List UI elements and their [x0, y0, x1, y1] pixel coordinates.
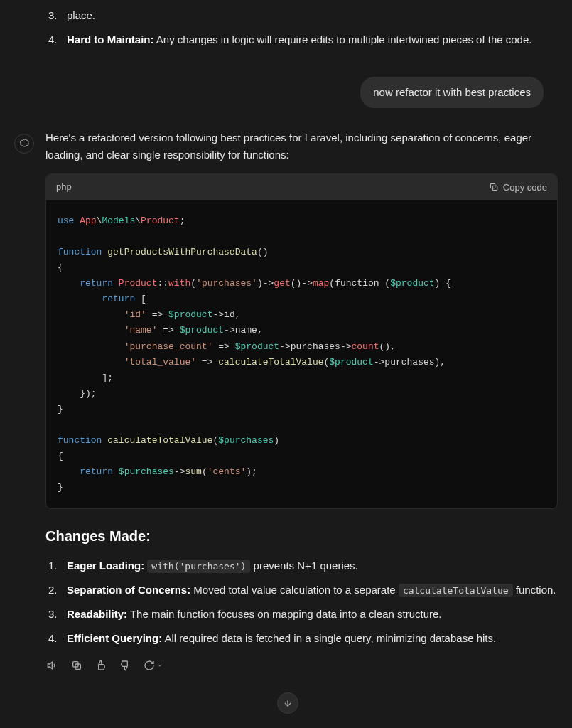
changes-item-2: Separation of Concerns: Moved total valu…: [67, 582, 558, 599]
code-lang-label: php: [56, 180, 72, 195]
changes-item-3: Readability: The main function focuses o…: [67, 606, 558, 623]
code-block-header: php Copy code: [46, 174, 557, 200]
assistant-message: Here's a refactored version following be…: [14, 129, 558, 673]
thumbs-down-icon: [119, 660, 131, 671]
thumbs-down-button[interactable]: [118, 658, 132, 673]
list-item-4-title: Hard to Maintain:: [67, 33, 154, 46]
copy-icon: [489, 182, 499, 192]
copy-message-button[interactable]: [70, 658, 84, 673]
assistant-logo-icon: [18, 138, 30, 149]
thumbs-up-button[interactable]: [94, 658, 108, 673]
user-message-text: now refactor it with best practices: [373, 86, 531, 98]
inline-code-1: with('purchases'): [147, 560, 250, 573]
assistant-intro-text: Here's a refactored version following be…: [45, 129, 558, 164]
scroll-to-bottom-button[interactable]: [277, 692, 298, 714]
changes-heading: Changes Made:: [45, 525, 558, 547]
regenerate-button[interactable]: [142, 658, 165, 673]
list-item-4: Hard to Maintain: Any changes in logic w…: [67, 31, 558, 48]
list-item-3-tail: place.: [67, 7, 558, 24]
copy-code-label: Copy code: [503, 182, 547, 193]
speaker-icon: [47, 660, 58, 671]
copy-code-button[interactable]: Copy code: [489, 182, 547, 193]
chevron-down-icon: [156, 662, 163, 669]
message-actions: [45, 658, 558, 673]
thumbs-up-icon: [95, 660, 107, 671]
refresh-icon: [144, 660, 155, 671]
read-aloud-button[interactable]: [45, 658, 60, 673]
code-content[interactable]: use App\Models\Product; function getProd…: [46, 200, 557, 509]
arrow-down-icon: [283, 698, 293, 708]
changes-item-4: Efficient Querying: All required data is…: [67, 630, 558, 647]
code-block: php Copy code use App\Models\Product; fu…: [45, 173, 558, 509]
user-message-bubble[interactable]: now refactor it with best practices: [360, 77, 544, 108]
list-item-3-tail-text: place.: [67, 9, 95, 21]
user-message-row: now refactor it with best practices: [14, 77, 558, 108]
changes-item-1: Eager Loading: with('purchases') prevent…: [67, 557, 558, 574]
assistant-avatar: [14, 134, 34, 154]
inline-code-2: calculateTotalValue: [399, 584, 513, 597]
prior-message-tail: place. Hard to Maintain: Any changes in …: [14, 7, 558, 55]
copy-icon: [71, 660, 82, 671]
changes-list: Eager Loading: with('purchases') prevent…: [45, 557, 558, 647]
list-item-4-body: Any changes in logic will require edits …: [154, 33, 532, 46]
